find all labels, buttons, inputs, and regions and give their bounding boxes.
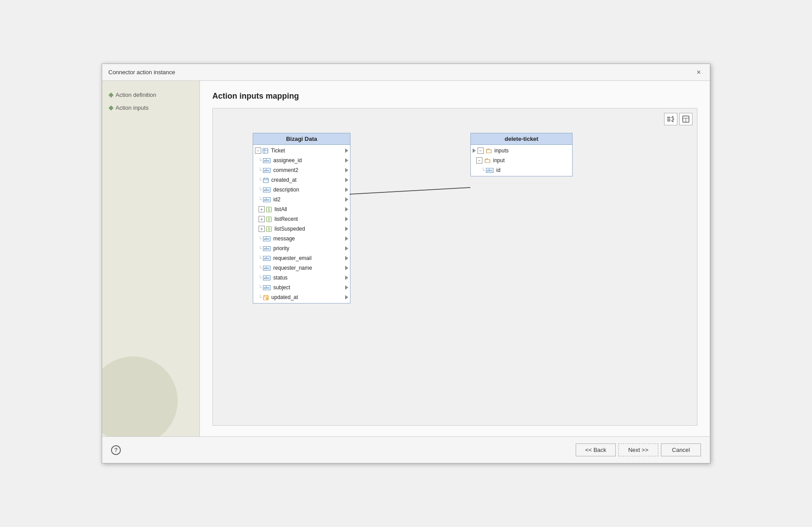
list-icon-listall — [266, 207, 272, 212]
next-button[interactable]: Next >> — [618, 443, 658, 456]
row-requester-email[interactable]: └ abc requester_email — [253, 253, 350, 263]
listall-label: listAll — [275, 206, 287, 212]
help-button[interactable]: ? — [111, 445, 121, 455]
main-area: Action inputs mapping — [200, 81, 710, 436]
row-subject[interactable]: └ abc subject — [253, 283, 350, 292]
bizagi-data-header: Bizagi Data — [253, 133, 350, 145]
listrecent-arrow — [345, 217, 348, 221]
sidebar-item-action-inputs[interactable]: Action inputs — [107, 103, 195, 113]
abc-icon-id2: abc — [263, 197, 271, 202]
svg-point-23 — [268, 228, 270, 230]
mapping-container: Bizagi Data − — [212, 108, 697, 426]
expand-inputs[interactable]: − — [478, 148, 484, 154]
row-inputs[interactable]: − inputs — [471, 146, 572, 156]
sidebar-diamond-icon — [108, 92, 113, 97]
row-ticket[interactable]: − Ticket — [253, 146, 350, 156]
toolbar-icons — [664, 113, 693, 125]
svg-point-19 — [268, 218, 270, 220]
comment2-label: comment2 — [273, 167, 298, 173]
listsuspeded-arrow — [345, 227, 348, 231]
row-listRecent[interactable]: + listRecent — [253, 214, 350, 224]
id-label: id — [496, 167, 500, 173]
row-updated-at[interactable]: └ updat — [253, 292, 350, 302]
footer-right: << Back Next >> Cancel — [576, 443, 701, 456]
delete-ticket-header: delete-ticket — [471, 133, 572, 145]
table-svg-icon — [263, 148, 268, 154]
dialog-title: Connector action instance — [108, 69, 175, 76]
abc-icon-desc: abc — [263, 188, 271, 192]
row-priority[interactable]: └ abc priority — [253, 244, 350, 253]
row-assignee-id[interactable]: └ abc assignee_id — [253, 156, 350, 165]
page-title: Action inputs mapping — [212, 92, 697, 101]
assignee-arrow — [345, 158, 348, 163]
sidebar-item-action-definition[interactable]: Action definition — [107, 90, 195, 100]
expand-listall[interactable]: + — [259, 206, 265, 212]
mapping-view-button[interactable] — [679, 113, 693, 125]
status-label: status — [273, 275, 287, 281]
row-status[interactable]: └ abc status — [253, 273, 350, 283]
expand-ticket[interactable]: − — [255, 148, 261, 154]
expand-listsuspeded[interactable]: + — [259, 226, 265, 232]
row-requester-name[interactable]: └ abc requester_name — [253, 263, 350, 273]
row-comment2[interactable]: └ abc comment2 — [253, 165, 350, 175]
sidebar-bg-decoration — [102, 356, 178, 436]
message-arrow — [345, 236, 348, 241]
id2-arrow — [345, 197, 348, 202]
abc-icon-priority: abc — [263, 246, 271, 251]
content-area: Action definition Action inputs Action i… — [102, 81, 710, 436]
id2-label: id2 — [273, 196, 280, 203]
message-label: message — [273, 236, 295, 242]
svg-point-30 — [266, 298, 268, 299]
folder-icon-input — [485, 158, 490, 163]
bizagi-data-table: Bizagi Data − — [253, 133, 350, 303]
back-button[interactable]: << Back — [576, 443, 616, 456]
title-bar: Connector action instance × — [102, 64, 710, 81]
abc-icon-status: abc — [263, 275, 271, 280]
priority-arrow — [345, 246, 348, 251]
svg-rect-26 — [263, 295, 268, 300]
row-message[interactable]: └ abc message — [253, 234, 350, 244]
delete-ticket-table: delete-ticket − — [470, 133, 573, 176]
connection-line-id2-to-id — [350, 188, 470, 194]
row-listAll[interactable]: + listAll — [253, 204, 350, 214]
description-label: description — [273, 187, 299, 193]
status-arrow — [345, 275, 348, 280]
abc-icon-assignee: abc — [263, 158, 271, 163]
svg-rect-10 — [263, 178, 268, 183]
sidebar-action-inputs-label: Action inputs — [115, 104, 148, 111]
priority-label: priority — [273, 245, 289, 252]
expand-listrecent[interactable]: + — [259, 216, 265, 222]
created-at-arrow — [345, 178, 348, 182]
abc-icon-comment2: abc — [263, 168, 271, 173]
listrecent-label: listRecent — [275, 216, 298, 222]
requester-name-label: requester_name — [273, 265, 312, 271]
description-arrow — [345, 188, 348, 192]
row-input[interactable]: − input — [471, 156, 572, 165]
listall-arrow — [345, 207, 348, 212]
ticket-label: Ticket — [271, 148, 285, 154]
svg-rect-2 — [667, 120, 670, 121]
req-name-arrow — [345, 266, 348, 270]
abc-icon-req-email: abc — [263, 256, 271, 261]
close-button[interactable]: × — [694, 68, 704, 77]
table-icon — [263, 148, 268, 154]
row-id2[interactable]: └ abc id2 — [253, 195, 350, 204]
inputs-expand-arrow — [473, 148, 476, 153]
expand-input[interactable]: − — [476, 157, 482, 164]
dialog-container: Connector action instance × Action defin… — [102, 64, 710, 463]
mapping-layout-button[interactable] — [664, 113, 677, 125]
row-created-at[interactable]: └ created_at — [253, 175, 350, 185]
abc-icon-subject: abc — [263, 285, 271, 290]
row-listSuspeded[interactable]: + listSuspeded — [253, 224, 350, 234]
folder-icon-inputs — [486, 148, 492, 153]
row-id[interactable]: └ abc id — [471, 165, 572, 175]
svg-rect-0 — [667, 117, 670, 118]
requester-email-label: requester_email — [273, 255, 311, 261]
row-description[interactable]: └ abc description — [253, 185, 350, 195]
listsuspeded-label: listSuspeded — [275, 226, 305, 232]
cancel-button[interactable]: Cancel — [661, 443, 701, 456]
delete-ticket-body: − inputs — [471, 145, 572, 176]
abc-icon-message: abc — [263, 236, 271, 241]
subject-arrow — [345, 285, 348, 290]
req-email-arrow — [345, 256, 348, 260]
